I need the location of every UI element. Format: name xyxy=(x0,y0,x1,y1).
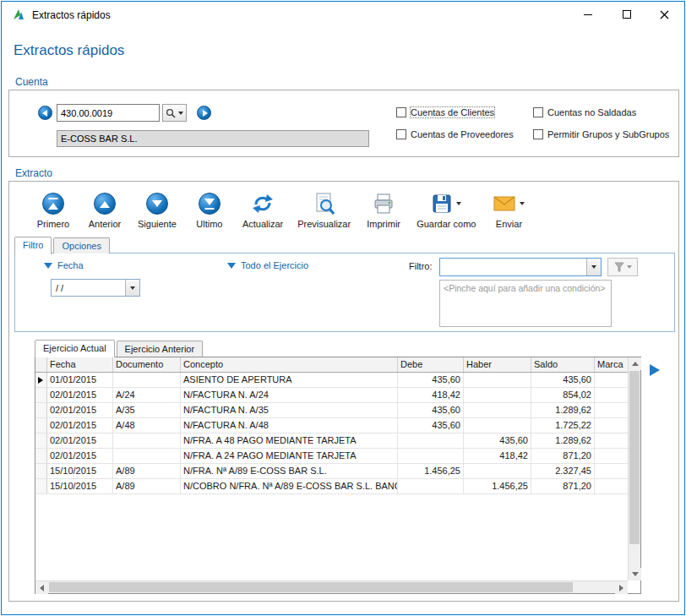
cell-marca[interactable] xyxy=(595,464,628,478)
column-header-fecha[interactable]: Fecha xyxy=(47,357,113,372)
cell-haber[interactable]: 418,42 xyxy=(464,449,531,463)
row-selector[interactable] xyxy=(35,479,47,493)
previous-account-button[interactable] xyxy=(38,106,52,120)
cell-saldo[interactable]: 435,60 xyxy=(531,373,595,387)
cell-marca[interactable] xyxy=(595,373,628,387)
tab-opciones[interactable]: Opciones xyxy=(53,237,109,253)
cell-concepto[interactable]: N/FRA. Nª A/89 E-COSS BAR S.L. xyxy=(181,464,398,478)
table-row[interactable]: 02/01/2015N/FRA. A 48 PAGO MEDIANTE TARJ… xyxy=(35,433,628,449)
checkbox-cuentas-de-clientes[interactable]: Cuentas de Clientes xyxy=(396,107,494,117)
row-selector[interactable] xyxy=(35,373,47,387)
scroll-down-button[interactable] xyxy=(629,568,641,581)
toolbar-enviar-button[interactable]: Enviar xyxy=(490,190,527,229)
dropdown-caret-icon[interactable] xyxy=(456,202,461,205)
row-selector[interactable] xyxy=(35,388,47,402)
toolbar-guardar-como-button[interactable]: Guardar como xyxy=(416,190,476,229)
row-selector[interactable] xyxy=(35,433,47,448)
column-header-haber[interactable]: Haber xyxy=(464,357,531,372)
table-row[interactable]: 02/01/2015N/FRA. A 24 PAGO MEDIANTE TARJ… xyxy=(35,449,628,464)
horizontal-scrollbar-thumb[interactable] xyxy=(49,582,573,592)
dropdown-caret-icon[interactable] xyxy=(520,202,525,205)
vertical-scrollbar-thumb[interactable] xyxy=(629,371,640,544)
column-header-concepto[interactable]: Concepto xyxy=(181,357,398,372)
table-row[interactable]: 02/01/2015A/35N/FACTURA N. A/35435,601.2… xyxy=(35,403,628,418)
vertical-scrollbar[interactable] xyxy=(628,357,640,581)
toolbar-actualizar-button[interactable]: Actualizar xyxy=(242,190,283,229)
checkbox-box[interactable] xyxy=(396,129,406,139)
cell-saldo[interactable]: 1.725,22 xyxy=(531,418,595,433)
cell-debe[interactable]: 435,60 xyxy=(398,418,464,433)
account-code-input[interactable] xyxy=(57,104,160,122)
cell-debe[interactable] xyxy=(398,433,464,448)
cell-fecha[interactable]: 15/10/2015 xyxy=(47,479,113,493)
cell-concepto[interactable]: N/FACTURA N. A/48 xyxy=(181,418,398,433)
todo-ejercicio-header[interactable]: Todo el Ejercicio xyxy=(227,260,308,270)
fecha-combobox[interactable]: / / xyxy=(51,279,140,297)
cell-concepto[interactable]: N/FACTURA N. A/35 xyxy=(181,403,398,417)
cell-concepto[interactable]: N/FACTURA N. A/24 xyxy=(181,388,398,402)
cell-documento[interactable]: A/89 xyxy=(113,464,181,478)
cell-marca[interactable] xyxy=(595,479,628,493)
cell-haber[interactable]: 1.456,25 xyxy=(464,479,531,493)
table-row[interactable]: 02/01/2015A/48N/FACTURA N. A/48435,601.7… xyxy=(35,418,628,433)
account-search-button[interactable] xyxy=(162,104,187,122)
column-header-saldo[interactable]: Saldo xyxy=(531,357,595,372)
horizontal-scrollbar[interactable] xyxy=(35,581,628,593)
toolbar-primero-button[interactable]: Primero xyxy=(35,190,72,229)
cell-documento[interactable] xyxy=(113,433,181,448)
table-row[interactable]: 01/01/2015ASIENTO DE APERTURA435,60435,6… xyxy=(35,373,628,388)
column-header-documento[interactable]: Documento xyxy=(113,357,181,372)
filter-condition-box[interactable]: <Pinche aquí para añadir una condición> xyxy=(439,280,612,327)
column-header-marca[interactable]: Marca xyxy=(595,357,628,372)
next-account-button[interactable] xyxy=(197,106,211,120)
fecha-dropdown-button[interactable] xyxy=(125,280,139,296)
cell-documento[interactable] xyxy=(113,449,181,463)
row-selector[interactable] xyxy=(35,403,47,417)
filtro-combobox[interactable] xyxy=(439,258,602,276)
toolbar-anterior-button[interactable]: Anterior xyxy=(86,190,123,229)
cell-marca[interactable] xyxy=(595,388,628,402)
checkbox-box[interactable] xyxy=(533,129,543,139)
cell-marca[interactable] xyxy=(595,433,628,448)
filtro-dropdown-button[interactable] xyxy=(586,259,601,275)
tab-ejercicio-actual[interactable]: Ejercicio Actual xyxy=(35,340,115,357)
toolbar-ultimo-button[interactable]: Ultimo xyxy=(191,190,228,229)
cell-haber[interactable] xyxy=(464,373,531,387)
close-button[interactable] xyxy=(645,2,683,27)
cell-debe[interactable]: 435,60 xyxy=(398,403,464,417)
table-row[interactable]: 02/01/2015A/24N/FACTURA N. A/24418,42854… xyxy=(35,388,628,403)
cell-haber[interactable] xyxy=(464,388,531,402)
scroll-right-button[interactable] xyxy=(615,581,628,594)
toolbar-siguiente-button[interactable]: Siguiente xyxy=(138,190,177,229)
tab-ejercicio-anterior[interactable]: Ejercicio Anterior xyxy=(117,341,204,357)
cell-concepto[interactable]: N/COBRO N/FRA. Nª A/89 E-COSS BAR S.L. B… xyxy=(181,479,398,493)
table-row[interactable]: 15/10/2015A/89N/FRA. Nª A/89 E-COSS BAR … xyxy=(35,464,628,479)
cell-debe[interactable] xyxy=(398,479,464,493)
cell-debe[interactable]: 418,42 xyxy=(398,388,464,402)
cell-debe[interactable] xyxy=(398,449,464,463)
cell-haber[interactable]: 435,60 xyxy=(464,433,531,448)
cell-saldo[interactable]: 1.289,62 xyxy=(531,403,595,417)
cell-fecha[interactable]: 02/01/2015 xyxy=(47,433,113,448)
tab-filtro[interactable]: Filtro xyxy=(14,237,52,254)
checkbox-cuentas-de-proveedores[interactable]: Cuentas de Proveedores xyxy=(396,129,514,139)
cell-marca[interactable] xyxy=(595,418,628,433)
cell-documento[interactable]: A/48 xyxy=(113,418,181,433)
row-selector[interactable] xyxy=(35,449,47,463)
checkbox-permitir-grupos[interactable]: Permitir Grupos y SubGrupos xyxy=(533,129,669,139)
cell-fecha[interactable]: 02/01/2015 xyxy=(47,449,113,463)
cell-haber[interactable] xyxy=(464,418,531,433)
cell-debe[interactable]: 435,60 xyxy=(398,373,464,387)
row-selector[interactable] xyxy=(35,464,47,478)
toolbar-imprimir-button[interactable]: Imprimir xyxy=(365,190,402,229)
minimize-button[interactable] xyxy=(569,2,607,27)
cell-documento[interactable] xyxy=(113,373,181,387)
cell-saldo[interactable]: 871,20 xyxy=(531,479,595,493)
checkbox-box[interactable] xyxy=(396,107,406,117)
row-selector[interactable] xyxy=(35,418,47,433)
cell-concepto[interactable]: N/FRA. A 24 PAGO MEDIANTE TARJETA xyxy=(181,449,398,463)
cell-saldo[interactable]: 871,20 xyxy=(531,449,595,463)
cell-saldo[interactable]: 854,02 xyxy=(531,388,595,402)
cell-haber[interactable] xyxy=(464,403,531,417)
grid-next-arrow-icon[interactable] xyxy=(650,364,660,376)
